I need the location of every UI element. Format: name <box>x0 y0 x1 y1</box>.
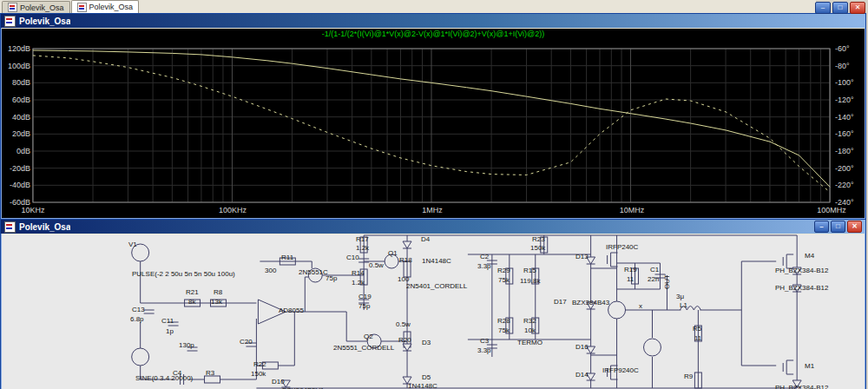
component-label[interactable]: C11 <box>161 317 174 325</box>
component-label[interactable]: C3 <box>480 337 489 345</box>
minimize-icon[interactable]: – <box>814 221 829 233</box>
minimize-icon[interactable]: – <box>815 2 831 14</box>
component-label[interactable]: PH_BZX384-B12 <box>775 384 828 389</box>
component-label[interactable]: 2N5551_CORDELL <box>333 344 394 352</box>
component-label[interactable]: C10 <box>346 254 359 261</box>
component-label[interactable]: 2N5401_CORDELL <box>406 282 467 290</box>
component-label[interactable]: TERMO <box>517 339 542 346</box>
component-label[interactable]: 11 <box>694 334 701 342</box>
component-label[interactable]: 130p <box>179 341 194 349</box>
maximize-icon[interactable]: □ <box>831 221 845 233</box>
component-label[interactable]: 2N5551C <box>299 268 328 276</box>
component-label[interactable]: 1N4148C <box>408 382 437 389</box>
schematic-window-titlebar[interactable]: Polevik_Osa – □ ✕ <box>1 220 865 234</box>
component-label[interactable]: 1.2k <box>356 244 369 252</box>
component-label[interactable]: D5 <box>422 373 431 381</box>
component-label[interactable]: IRFP9240C <box>602 366 639 374</box>
component-label[interactable]: R28 <box>497 317 510 325</box>
component-label[interactable]: 1p <box>166 327 174 335</box>
component-label[interactable]: D14 <box>575 371 589 379</box>
component-label[interactable]: 3.3p <box>477 346 491 354</box>
component-label[interactable]: 150k <box>530 244 545 252</box>
close-icon[interactable]: ✕ <box>847 221 862 233</box>
component-label[interactable]: 75p <box>358 302 370 310</box>
component-label[interactable]: IRFP240C <box>606 243 638 251</box>
component-label[interactable]: C1 <box>650 266 659 274</box>
component-label[interactable]: R11 <box>281 254 293 261</box>
plot-area[interactable]: -1/(1-1/(2*(I(Vi)@1*V(x)@2-V(x)@1*I(Vi)@… <box>2 29 865 218</box>
component-label[interactable]: SINE(0 3.4 20000) <box>135 374 193 382</box>
component-symbol-rh[interactable] <box>205 376 220 383</box>
component-label[interactable]: D17 <box>554 298 567 306</box>
close-icon[interactable]: ✕ <box>850 2 865 14</box>
component-label[interactable]: D10 <box>272 378 285 386</box>
component-label[interactable]: R15 <box>523 267 536 274</box>
component-label[interactable]: M4 <box>805 252 814 260</box>
component-label[interactable]: 1N4148C <box>422 257 451 265</box>
component-label[interactable]: 0.5w <box>369 261 384 269</box>
component-label[interactable]: R3 <box>206 369 214 377</box>
component-label[interactable]: D16 <box>575 343 589 351</box>
component-label[interactable]: PH_BZX384-B12 <box>775 284 828 292</box>
component-label[interactable]: PULSE(-2 2 50u 5n 5n 50u 100u) <box>132 270 235 278</box>
component-label[interactable]: 3μ <box>676 293 684 300</box>
component-label[interactable]: R20 <box>398 336 411 344</box>
maximize-icon[interactable]: □ <box>832 2 848 14</box>
component-label[interactable]: 11 <box>627 275 634 283</box>
component-label[interactable]: R5 <box>693 325 701 333</box>
component-label[interactable]: 3.3p <box>477 262 491 270</box>
component-symbol-v[interactable] <box>608 301 626 319</box>
component-label[interactable]: 13k <box>211 298 222 306</box>
plot-window-titlebar[interactable]: Polevik_Osa <box>1 14 865 28</box>
schematic-canvas[interactable]: V1PULSE(-2 2 50u 5n 5n 50u 100u)R218kR81… <box>2 234 865 389</box>
component-label[interactable]: 8k <box>188 298 195 306</box>
component-label[interactable]: Q2 <box>364 333 373 340</box>
component-label[interactable]: D13 <box>575 253 589 260</box>
tab-label: Polevik_Osa <box>89 3 134 11</box>
component-label[interactable]: L1 <box>680 301 687 309</box>
component-label[interactable]: R29 <box>497 267 510 274</box>
component-label[interactable]: D3 <box>422 339 431 346</box>
component-label[interactable]: R9 <box>684 373 693 380</box>
component-label[interactable]: R8 <box>214 288 222 296</box>
y-axis-tick-phase: -100° <box>835 78 854 87</box>
component-label[interactable]: R17 <box>356 235 369 243</box>
component-label[interactable]: R32 <box>523 317 536 325</box>
component-label[interactable]: C2 <box>480 253 489 260</box>
component-label[interactable]: 1.2k <box>352 279 365 287</box>
component-label[interactable]: BZX384B43 <box>572 299 609 307</box>
tab-2[interactable]: Polevik_Osa <box>71 0 140 13</box>
component-label[interactable]: 75p <box>326 274 337 282</box>
component-label[interactable]: R22 <box>253 360 266 368</box>
component-label[interactable]: 6.8p <box>130 315 144 323</box>
component-label[interactable]: 150k <box>251 370 266 378</box>
component-label[interactable]: 75k <box>498 326 510 334</box>
component-label[interactable]: R18 <box>399 256 412 264</box>
component-label[interactable]: D4 <box>421 235 430 243</box>
y-axis-tick-phase: -160° <box>835 129 854 138</box>
component-label[interactable]: M1 <box>805 362 814 370</box>
component-label[interactable]: C19 <box>358 293 372 300</box>
component-symbol-v[interactable] <box>132 348 149 366</box>
tab-1[interactable]: Polevik_Osa <box>2 1 70 13</box>
component-label[interactable]: R23 <box>532 235 545 243</box>
component-label[interactable]: AD8055 <box>279 307 304 314</box>
component-label[interactable]: x <box>639 302 642 310</box>
component-label[interactable]: PH_BZX384-B12 <box>775 267 828 274</box>
component-label[interactable]: C20 <box>240 338 253 346</box>
component-label[interactable]: 22n <box>648 275 659 283</box>
component-label[interactable]: Q1 <box>388 249 398 257</box>
component-label[interactable]: 300 <box>265 267 276 274</box>
component-label[interactable]: R19 <box>624 266 637 274</box>
component-label[interactable]: 0.5w <box>396 320 411 328</box>
component-label[interactable]: 75k <box>498 276 510 284</box>
component-label[interactable]: V1 <box>128 241 137 248</box>
y-axis-tick-phase: -60° <box>835 44 850 53</box>
component-label[interactable]: C13 <box>132 306 145 313</box>
component-symbol-v[interactable] <box>644 339 661 356</box>
component-label[interactable]: OUT <box>663 274 671 289</box>
component-label[interactable]: R14 <box>352 269 365 277</box>
component-label[interactable]: 119.8k <box>520 277 540 285</box>
component-label[interactable]: 10k <box>524 326 536 334</box>
component-label[interactable]: R21 <box>186 288 199 296</box>
